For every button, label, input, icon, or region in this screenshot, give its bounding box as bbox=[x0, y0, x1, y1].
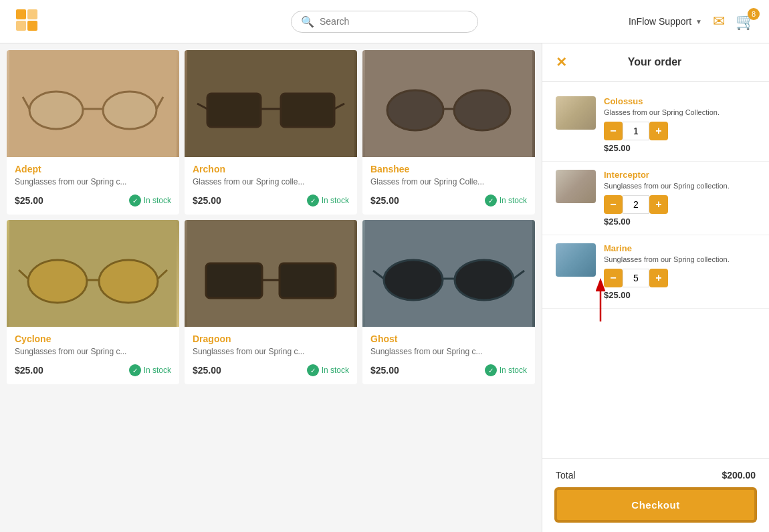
main-content: Adept Sunglasses from our Spring c... $2… bbox=[0, 43, 769, 532]
search-input[interactable] bbox=[320, 16, 468, 27]
qty-decrease-interceptor[interactable]: − bbox=[604, 195, 623, 214]
total-amount: $200.00 bbox=[722, 470, 756, 481]
in-stock-badge-archon: ✓ In stock bbox=[307, 194, 349, 207]
product-image-adept bbox=[7, 50, 179, 157]
logo[interactable] bbox=[13, 7, 43, 37]
in-stock-label: In stock bbox=[500, 366, 527, 375]
order-items: Colossus Glasses from our Spring Collect… bbox=[542, 82, 769, 458]
product-price-archon: $25.00 bbox=[193, 195, 221, 206]
svg-point-6 bbox=[103, 92, 156, 129]
product-desc-cyclone: Sunglasses from our Spring c... bbox=[15, 347, 171, 356]
qty-increase-colossus[interactable]: + bbox=[649, 122, 668, 140]
product-footer-archon: $25.00 ✓ In stock bbox=[193, 194, 349, 207]
product-card-adept[interactable]: Adept Sunglasses from our Spring c... $2… bbox=[7, 50, 179, 215]
order-item-image-colossus bbox=[556, 96, 596, 130]
order-header: ✕ Your order bbox=[542, 43, 769, 82]
product-name-dragoon: Dragoon bbox=[193, 334, 349, 344]
product-name-archon: Archon bbox=[193, 164, 349, 174]
check-icon: ✓ bbox=[307, 364, 319, 376]
order-item-price-colossus: $25.00 bbox=[604, 143, 756, 153]
product-card-ghost[interactable]: Ghost Sunglasses from our Spring c... $2… bbox=[362, 220, 535, 384]
product-desc-archon: Glasses from our Spring colle... bbox=[193, 177, 349, 186]
in-stock-badge-dragoon: ✓ In stock bbox=[307, 364, 349, 376]
order-item-colossus: Colossus Glasses from our Spring Collect… bbox=[542, 88, 769, 162]
product-name-adept: Adept bbox=[15, 164, 171, 174]
qty-input-marine[interactable] bbox=[623, 269, 649, 287]
product-footer-ghost: $25.00 ✓ In stock bbox=[370, 364, 527, 376]
product-info-cyclone: Cyclone Sunglasses from our Spring c... … bbox=[7, 327, 179, 384]
product-image-cyclone bbox=[7, 220, 179, 327]
in-stock-label: In stock bbox=[144, 196, 171, 205]
check-icon: ✓ bbox=[307, 194, 319, 207]
product-card-cyclone[interactable]: Cyclone Sunglasses from our Spring c... … bbox=[7, 220, 179, 384]
product-desc-adept: Sunglasses from our Spring c... bbox=[15, 177, 171, 186]
in-stock-label: In stock bbox=[322, 196, 349, 205]
svg-rect-12 bbox=[281, 94, 334, 127]
product-grid: Adept Sunglasses from our Spring c... $2… bbox=[7, 50, 535, 384]
check-icon: ✓ bbox=[485, 364, 497, 376]
product-card-dragoon[interactable]: Dragoon Sunglasses from our Spring c... … bbox=[185, 220, 357, 384]
qty-decrease-colossus[interactable]: − bbox=[604, 122, 623, 140]
svg-rect-28 bbox=[280, 263, 336, 298]
order-item-desc-colossus: Glasses from our Spring Collection. bbox=[604, 108, 756, 116]
qty-input-interceptor[interactable] bbox=[623, 195, 649, 214]
qty-decrease-marine[interactable]: − bbox=[604, 269, 623, 287]
cart-button[interactable]: 🛒 8 bbox=[736, 12, 756, 31]
product-price-dragoon: $25.00 bbox=[193, 365, 221, 376]
product-price-ghost: $25.00 bbox=[370, 365, 399, 376]
product-footer-cyclone: $25.00 ✓ In stock bbox=[15, 364, 171, 376]
product-footer-dragoon: $25.00 ✓ In stock bbox=[193, 364, 349, 376]
svg-rect-27 bbox=[206, 263, 262, 298]
check-icon: ✓ bbox=[485, 194, 497, 207]
qty-control-marine: − + bbox=[604, 269, 756, 287]
qty-increase-interceptor[interactable]: + bbox=[649, 195, 668, 214]
qty-input-colossus[interactable] bbox=[623, 122, 649, 140]
product-price-adept: $25.00 bbox=[15, 195, 43, 206]
qty-control-interceptor: − + bbox=[604, 195, 756, 214]
user-menu[interactable]: InFlow Support ▼ bbox=[629, 16, 702, 27]
chevron-down-icon: ▼ bbox=[695, 18, 702, 25]
product-image-archon bbox=[185, 50, 357, 157]
header: 🔍 InFlow Support ▼ ✉ 🛒 8 bbox=[0, 0, 769, 43]
header-right: InFlow Support ▼ ✉ 🛒 8 bbox=[629, 12, 756, 31]
product-image-banshee bbox=[362, 50, 535, 157]
svg-point-17 bbox=[387, 90, 443, 130]
order-item-details-colossus: Colossus Glasses from our Spring Collect… bbox=[604, 96, 756, 153]
svg-rect-0 bbox=[16, 9, 26, 19]
product-grid-area: Adept Sunglasses from our Spring c... $2… bbox=[0, 43, 542, 532]
search-icon: 🔍 bbox=[301, 15, 314, 28]
svg-rect-1 bbox=[27, 9, 37, 19]
order-item-marine: Marine Sunglasses from our Spring collec… bbox=[542, 235, 769, 309]
product-image-ghost bbox=[362, 220, 535, 327]
product-info-banshee: Banshee Glasses from our Spring Colle...… bbox=[362, 157, 535, 215]
order-item-image-marine bbox=[556, 243, 596, 277]
product-info-ghost: Ghost Sunglasses from our Spring c... $2… bbox=[362, 327, 535, 384]
check-icon: ✓ bbox=[129, 364, 141, 376]
order-item-name-marine: Marine bbox=[604, 243, 756, 253]
order-item-interceptor: Interceptor Sunglasses from our Spring c… bbox=[542, 162, 769, 235]
qty-control-colossus: − + bbox=[604, 122, 756, 140]
in-stock-badge-adept: ✓ In stock bbox=[129, 194, 171, 207]
product-name-banshee: Banshee bbox=[370, 164, 527, 174]
product-card-archon[interactable]: Archon Glasses from our Spring colle... … bbox=[185, 50, 357, 215]
cart-badge-count: 8 bbox=[748, 8, 760, 20]
close-order-button[interactable]: ✕ bbox=[556, 54, 567, 70]
in-stock-label: In stock bbox=[322, 366, 349, 375]
order-footer: Total $200.00 Checkout bbox=[542, 458, 769, 532]
product-card-banshee[interactable]: Banshee Glasses from our Spring Colle...… bbox=[362, 50, 535, 215]
qty-increase-marine[interactable]: + bbox=[649, 269, 668, 287]
product-info-adept: Adept Sunglasses from our Spring c... $2… bbox=[7, 157, 179, 215]
order-item-image-interceptor bbox=[556, 170, 596, 203]
product-name-ghost: Ghost bbox=[370, 334, 527, 344]
product-price-banshee: $25.00 bbox=[370, 195, 399, 206]
mail-icon[interactable]: ✉ bbox=[713, 13, 725, 30]
search-bar[interactable]: 🔍 bbox=[291, 11, 478, 33]
product-price-cyclone: $25.00 bbox=[15, 365, 43, 376]
checkout-button[interactable]: Checkout bbox=[556, 489, 756, 521]
product-desc-banshee: Glasses from our Spring Colle... bbox=[370, 177, 527, 186]
svg-point-31 bbox=[384, 260, 443, 300]
order-item-name-colossus: Colossus bbox=[604, 96, 756, 106]
product-footer-banshee: $25.00 ✓ In stock bbox=[370, 194, 527, 207]
product-footer-adept: $25.00 ✓ In stock bbox=[15, 194, 171, 207]
svg-rect-3 bbox=[27, 21, 37, 31]
